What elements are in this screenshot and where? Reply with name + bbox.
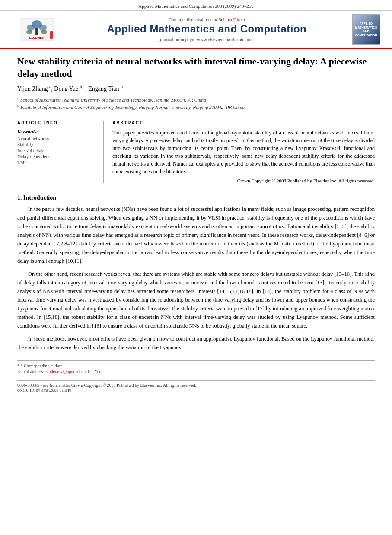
elsevier-tree-icon: ELSEVIER (20, 18, 54, 41)
svg-point-6 (41, 30, 47, 34)
section-divider (17, 190, 375, 190)
affiliation-a: a School of Automation, Nanjing Universi… (17, 96, 375, 102)
author-yijun: Yijun Zhang (17, 86, 49, 92)
footnote-area: * * Corresponding author. E-mail address… (17, 360, 375, 374)
abstract-title: ABSTRACT (112, 121, 375, 125)
journal-header: ELSEVIER Contents lists available at Sci… (0, 11, 392, 49)
aff-a-sup: a (17, 96, 19, 100)
copyright-line: Crown Copyright © 2008 Published by Else… (112, 178, 375, 183)
contents-text: Contents lists available at (169, 17, 217, 22)
footnote-corresponding-text: * Corresponding author. (21, 363, 63, 368)
journal-homepage: journal homepage: www.elsevier.com/locat… (69, 37, 344, 42)
intro-paragraph-1: In the past a few decades, neural networ… (17, 205, 375, 265)
journal-header-left: ELSEVIER (9, 18, 65, 41)
introduction-title: 1. Introduction (17, 194, 375, 201)
journal-header-center: Contents lists available at ScienceDirec… (69, 17, 344, 42)
section-label: Introduction (23, 194, 56, 201)
section-number: 1. (17, 194, 22, 201)
article-info-column: ARTICLE INFO Keywords: Neural networks S… (17, 121, 104, 183)
article-title: New stability criteria of neural network… (17, 55, 375, 80)
footnote-email-label: E-mail address: (17, 369, 44, 374)
page-container: Applied Mathematics and Computation 208 … (0, 0, 392, 535)
footnote-email-link[interactable]: modeonly@njnu.edu.cn (45, 369, 88, 374)
svg-text:ELSEVIER: ELSEVIER (29, 36, 45, 39)
intro-paragraph-2: On the other hand, recent research works… (17, 270, 375, 330)
abstract-column: ABSTRACT This paper provides improved co… (112, 121, 375, 183)
bottom-doi: doi:10.1016/j.amc.2008.11.046 (17, 388, 375, 392)
journal-title: Applied Mathematics and Computation (69, 23, 344, 35)
footnote-star: * (17, 363, 21, 368)
journal-header-right: APPLIED MATHEMATICS AND COMPUTATION (349, 14, 383, 45)
author-dong-sup: b,* (80, 84, 86, 89)
keyword-interval-delay: Interval delay (17, 148, 97, 153)
keyword-neural-networks: Neural networks (17, 136, 97, 141)
elsevier-logo: ELSEVIER (20, 18, 54, 41)
svg-point-5 (26, 30, 32, 34)
abstract-text: This paper provides improved conditions … (112, 129, 375, 175)
keyword-delay-dependent: Delay-dependent (17, 154, 97, 159)
aff-b-sup: b (17, 103, 19, 108)
keywords-label: Keywords: (17, 129, 97, 134)
journal-thumb-text: APPLIED MATHEMATICS AND COMPUTATION (355, 22, 377, 37)
science-direct-link[interactable]: ScienceDirect (218, 17, 245, 22)
journal-citation-bar: Applied Mathematics and Computation 208 … (0, 0, 392, 11)
bottom-copyright: 0096-3003/$ - see front matter Crown Cop… (17, 383, 375, 388)
keyword-stability: Stability (17, 142, 97, 147)
article-info-abstract-section: ARTICLE INFO Keywords: Neural networks S… (17, 116, 375, 183)
footnote-email-address: modeonly@njnu.edu.cn (45, 369, 87, 374)
article-info-title: ARTICLE INFO (17, 121, 97, 125)
keyword-lmi: LMI (17, 160, 97, 165)
aff-a-text: School of Automation, Nanjing University… (20, 97, 206, 102)
footnote-email-line: E-mail address: modeonly@njnu.edu.cn (D.… (17, 369, 375, 374)
author-dong: Dong Yue (54, 86, 80, 92)
main-content: New stability criteria of neural network… (0, 49, 392, 401)
footnote-corresponding: * * Corresponding author. (17, 363, 375, 368)
intro-paragraph-3: In these methods, however, most efforts … (17, 334, 375, 352)
svg-rect-4 (35, 28, 38, 35)
svg-point-2 (27, 25, 35, 31)
author-engang: Engang Tian (88, 86, 121, 92)
bottom-bar: 0096-3003/$ - see front matter Crown Cop… (17, 380, 375, 392)
affiliations: a School of Automation, Nanjing Universi… (17, 96, 375, 109)
journal-thumbnail: APPLIED MATHEMATICS AND COMPUTATION (352, 14, 380, 45)
author-engang-sup: b (121, 84, 123, 89)
svg-rect-7 (50, 31, 53, 39)
affiliation-b: b Institute of Information and Control E… (17, 103, 375, 110)
science-direct-line: Contents lists available at ScienceDirec… (69, 17, 344, 22)
aff-b-text: Institute of Information and Control Eng… (20, 104, 245, 109)
svg-point-3 (39, 25, 47, 31)
journal-citation-text: Applied Mathematics and Computation 208 … (138, 3, 253, 9)
authors-line: Yijun Zhang a, Dong Yue b,*, Engang Tian… (17, 84, 375, 92)
footnote-email-suffix: (D. Yue). (88, 369, 104, 374)
